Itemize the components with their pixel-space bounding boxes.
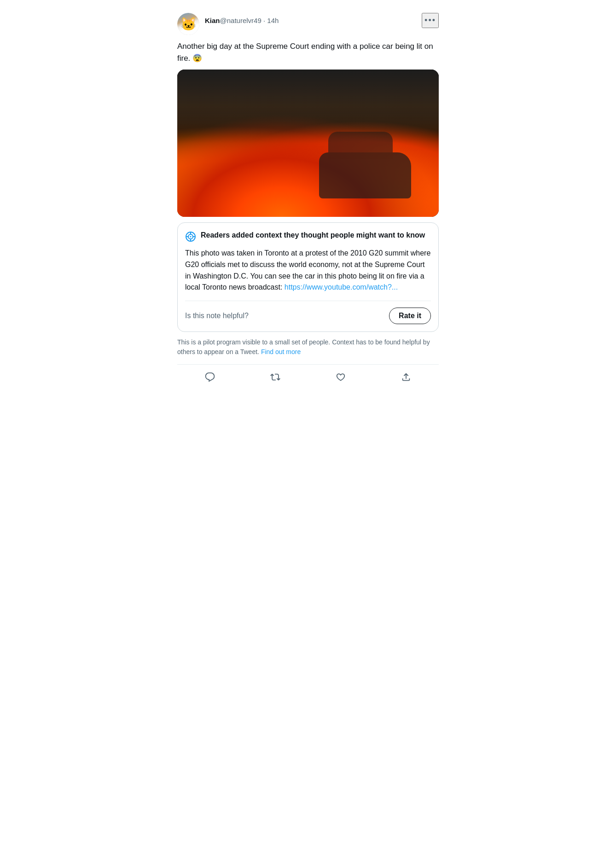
- username[interactable]: @naturelvr49: [220, 17, 262, 24]
- helpful-question: Is this note helpful?: [185, 312, 249, 320]
- separator: ·: [262, 17, 267, 24]
- share-button[interactable]: [395, 368, 417, 386]
- display-name[interactable]: Kian: [205, 17, 220, 24]
- like-button[interactable]: [330, 368, 351, 386]
- fire-scene-bg: [177, 70, 439, 217]
- tweet-time: 14h: [267, 17, 279, 24]
- note-title: Readers added context they thought peopl…: [201, 230, 425, 240]
- like-icon: [336, 372, 346, 382]
- rate-it-button[interactable]: Rate it: [389, 308, 431, 324]
- retweet-icon: [270, 372, 280, 382]
- user-name-row: Kian @naturelvr49 · 14h •••: [205, 13, 439, 28]
- note-body: This photo was taken in Toronto at a pro…: [185, 248, 431, 293]
- tweet-text: Another big day at the Supreme Court end…: [177, 41, 439, 64]
- note-link[interactable]: https://www.youtube.com/watch?...: [285, 283, 398, 291]
- note-footer: Is this note helpful? Rate it: [185, 308, 431, 324]
- car-silhouette: [319, 152, 411, 198]
- tweet-container: 🐱 Kian @naturelvr49 · 14h ••• Another bi…: [177, 7, 439, 388]
- community-note: Readers added context they thought peopl…: [177, 222, 439, 332]
- pilot-link[interactable]: Find out more: [261, 348, 301, 355]
- retweet-button[interactable]: [265, 368, 286, 386]
- tweet-actions: [177, 364, 439, 388]
- reply-icon: [205, 372, 215, 382]
- pilot-note: This is a pilot program visible to a sma…: [177, 337, 439, 357]
- more-options-button[interactable]: •••: [422, 13, 439, 28]
- tweet-header: 🐱 Kian @naturelvr49 · 14h •••: [177, 13, 439, 35]
- user-name-group: Kian @naturelvr49 · 14h: [205, 17, 279, 24]
- svg-point-2: [190, 236, 192, 238]
- tweet-image[interactable]: [177, 70, 439, 217]
- smoke-overlay: [177, 70, 439, 136]
- share-icon: [401, 372, 411, 382]
- reply-button[interactable]: [199, 368, 221, 386]
- username-time: @naturelvr49 · 14h: [220, 17, 279, 24]
- community-notes-icon: [185, 231, 196, 242]
- avatar[interactable]: 🐱: [177, 13, 199, 35]
- note-divider: [185, 301, 431, 301]
- note-header: Readers added context they thought peopl…: [185, 230, 431, 242]
- user-info: Kian @naturelvr49 · 14h •••: [205, 13, 439, 28]
- pilot-text: This is a pilot program visible to a sma…: [177, 338, 430, 355]
